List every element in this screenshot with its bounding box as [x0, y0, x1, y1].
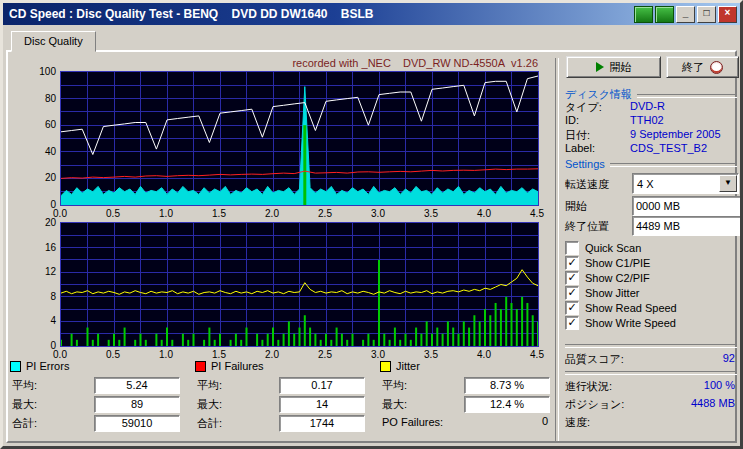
checkbox-row-show-read-speed: ✓Show Read Speed [565, 301, 677, 315]
maximize-button[interactable]: □ [697, 6, 716, 23]
stat-row-label: 平均: [382, 378, 407, 393]
checkbox[interactable]: ✓ [565, 286, 579, 300]
stat-row-value: 59010 [94, 415, 180, 432]
speed-label: 転送速度 [565, 177, 609, 192]
checkbox-row-show-jitter: ✓Show Jitter [565, 286, 639, 300]
axis-tick-label: 4.0 [469, 349, 499, 360]
stat-row-label: 合計: [197, 416, 222, 431]
stat-row-label: 最大: [382, 397, 407, 412]
exit-button[interactable]: 終了 [666, 56, 739, 78]
axis-tick-label: 0.5 [98, 349, 128, 360]
axis-tick-label: 2.0 [257, 349, 287, 360]
axis-tick-label: 1.5 [204, 208, 234, 219]
axis-tick-label: 80 [20, 93, 56, 104]
checkbox[interactable]: ✓ [565, 256, 579, 270]
series-color-swatch [10, 361, 21, 372]
exit-button-label: 終了 [682, 60, 704, 75]
quality-score-label: 品質スコア: [565, 352, 624, 367]
checkbox-row-show-write-speed: ✓Show Write Speed [565, 316, 676, 330]
axis-tick-label: 4.5 [522, 349, 552, 360]
progress-row-value: 4488 MB [643, 397, 735, 409]
close-button[interactable]: × [718, 6, 737, 23]
app-chart-icon[interactable] [634, 6, 653, 23]
disc-info-row-label: 日付: [565, 128, 590, 143]
stat-row-label: 平均: [12, 378, 37, 393]
axis-tick-label: 40 [20, 146, 56, 157]
quality-score-value: 92 [643, 352, 735, 364]
stat-row-value: 14 [279, 396, 365, 413]
axis-tick-label: 20 [20, 217, 56, 228]
tab-disc-quality[interactable]: Disc Quality [11, 31, 96, 52]
stat-row-value: 5.24 [94, 377, 180, 394]
checkbox-label: Quick Scan [585, 242, 641, 254]
window-controls: _ □ × [634, 6, 740, 23]
disc-info-row-value: CDS_TEST_B2 [630, 142, 707, 154]
checkbox-row-show-c2-pif: ✓Show C2/PIF [565, 271, 650, 285]
checkbox-label: Show C2/PIF [585, 272, 650, 284]
checkbox-label: Show Write Speed [585, 317, 676, 329]
checkbox-label: Show Jitter [585, 287, 639, 299]
app-drive-icon[interactable] [655, 6, 674, 23]
settings-title: Settings [565, 158, 605, 170]
stats-panel-header: Jitter [380, 360, 420, 372]
disc-info-row-label: ID: [565, 114, 579, 126]
progress-row-label: 進行状況: [565, 379, 612, 394]
end-position-input[interactable] [632, 216, 743, 236]
axis-tick-label: 60 [20, 119, 56, 130]
axis-tick-label: 0.5 [98, 208, 128, 219]
separator [565, 344, 737, 348]
stat-row-value: 12.4 % [464, 396, 550, 413]
series-color-swatch [195, 361, 206, 372]
chevron-down-icon[interactable]: ▼ [719, 175, 737, 192]
speed-select-value: 4 X [633, 178, 718, 190]
axis-tick-label: 1.0 [151, 349, 181, 360]
stats-panel-pi-failures: PI Failures平均:0.17最大:14合計:1744 [193, 360, 371, 442]
checkbox[interactable]: ✓ [565, 301, 579, 315]
checkbox[interactable]: ✓ [565, 316, 579, 330]
start-button-label: 開始 [610, 60, 632, 75]
stat-row-value: 8.73 % [464, 377, 550, 394]
stat-row-value: 0 [464, 415, 548, 427]
axis-tick-label: 12 [20, 266, 56, 277]
checkbox[interactable] [565, 241, 579, 255]
axis-tick-label: 1.5 [204, 349, 234, 360]
minimize-button[interactable]: _ [676, 6, 695, 23]
checkbox[interactable]: ✓ [565, 271, 579, 285]
app-window: CD Speed : Disc Quality Test - BENQ DVD … [0, 0, 743, 449]
progress-row-value: 100 % [643, 379, 735, 391]
axis-tick-label: 3.0 [363, 208, 393, 219]
header-rule [610, 163, 737, 167]
start-button[interactable]: 開始 [566, 56, 661, 78]
separator [565, 371, 737, 375]
disc-info-row-label: タイプ: [565, 100, 602, 115]
speed-select[interactable]: 4 X ▼ [632, 173, 739, 194]
stats-panel-title: Jitter [396, 360, 420, 372]
axis-tick-label: 3.5 [416, 349, 446, 360]
axis-tick-label: 3.0 [363, 349, 393, 360]
disc-info-row-value: 9 September 2005 [630, 128, 721, 140]
stat-row-label: 平均: [197, 378, 222, 393]
settings-header: Settings [565, 158, 737, 170]
progress-row-label: 速度: [565, 415, 590, 430]
stat-row-label: PO Failures: [382, 416, 443, 428]
stat-row-label: 最大: [197, 397, 222, 412]
checkbox-row-quick-scan: Quick Scan [565, 241, 641, 255]
checkbox-label: Show Read Speed [585, 302, 677, 314]
titlebar[interactable]: CD Speed : Disc Quality Test - BENQ DVD … [3, 3, 740, 25]
stats-panel-title: PI Errors [26, 360, 69, 372]
axis-tick-label: 0.0 [45, 349, 75, 360]
start-offset-input[interactable] [632, 196, 743, 216]
axis-tick-label: 2.5 [310, 208, 340, 219]
series-color-swatch [380, 361, 391, 372]
disc-info-row-label: Label: [565, 142, 595, 154]
axis-tick-label: 4.5 [522, 208, 552, 219]
stat-row-label: 最大: [12, 397, 37, 412]
recorded-with-label: recorded with _NEC DVD_RW ND-4550A v1.26 [243, 57, 538, 69]
axis-tick-label: 4 [20, 315, 56, 326]
clock-icon [710, 61, 723, 74]
disc-info-row-value: TTH02 [630, 114, 664, 126]
stat-row-value: 0.17 [279, 377, 365, 394]
axis-tick-label: 4.0 [469, 208, 499, 219]
disc-info-row-value: DVD-R [630, 100, 665, 112]
axis-tick-label: 20 [20, 172, 56, 183]
